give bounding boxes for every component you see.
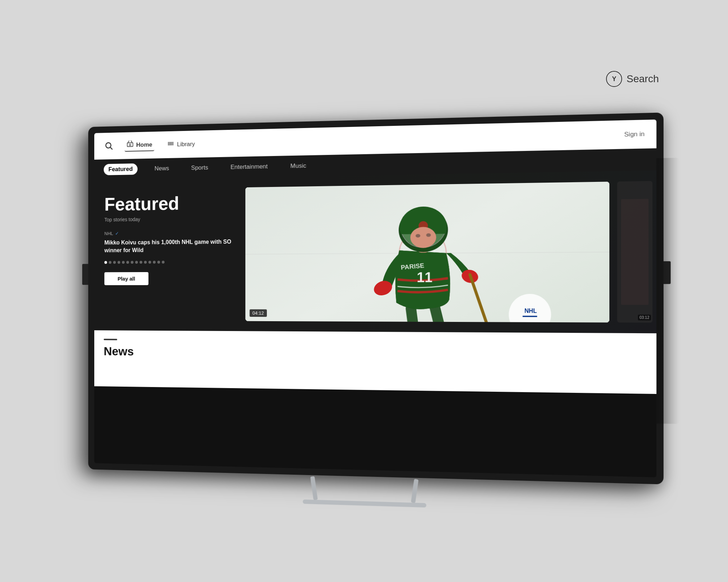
dot-3[interactable] — [113, 261, 116, 264]
dot-11[interactable] — [149, 261, 151, 264]
tv-wrapper: Y Search — [55, 91, 673, 491]
side-video-duration: 03:12 — [638, 315, 651, 320]
dot-14[interactable] — [162, 261, 165, 264]
featured-section: Featured Top stories today NHL ✓ Mikko K… — [94, 170, 656, 333]
dot-4[interactable] — [118, 261, 120, 264]
stand-leg-right — [411, 479, 419, 503]
subnav-featured[interactable]: Featured — [104, 163, 138, 175]
stand-bar — [303, 499, 427, 507]
stand-leg-left — [310, 476, 318, 500]
svg-text:11: 11 — [417, 270, 432, 285]
subnav-entertainment[interactable]: Entertainment — [226, 161, 273, 173]
home-label: Home — [136, 141, 152, 148]
sign-in-link[interactable]: Sign in — [624, 130, 645, 138]
svg-text:NHL: NHL — [525, 308, 537, 314]
dot-12[interactable] — [153, 261, 156, 264]
library-icon — [167, 140, 174, 149]
video-duration: 04:12 — [250, 309, 267, 317]
bezel-accent-left — [82, 264, 88, 285]
dot-7[interactable] — [131, 261, 133, 264]
subnav-news[interactable]: News — [150, 163, 174, 174]
verified-icon: ✓ — [115, 231, 119, 236]
library-label: Library — [177, 140, 195, 148]
dot-6[interactable] — [126, 261, 129, 264]
remote-bar: Y Search — [606, 71, 659, 87]
tv-stand — [299, 475, 430, 507]
svg-rect-32 — [621, 199, 648, 305]
featured-info-panel: Featured Top stories today NHL ✓ Mikko K… — [94, 178, 242, 331]
dots-row — [104, 260, 232, 264]
svg-line-1 — [110, 147, 112, 150]
featured-video[interactable]: 11 PARISE — [245, 182, 609, 322]
dot-10[interactable] — [144, 261, 147, 264]
tv-shadow — [656, 158, 679, 424]
featured-title: Featured — [104, 192, 232, 215]
home-icon — [127, 141, 134, 150]
side-thumbnail[interactable]: 03:12 — [617, 181, 653, 323]
video-thumbnail: 11 PARISE — [245, 182, 609, 322]
svg-rect-2 — [127, 143, 133, 147]
news-section: News — [94, 330, 656, 394]
nav-home[interactable]: Home — [124, 139, 154, 152]
subnav-music[interactable]: Music — [285, 160, 311, 172]
dot-13[interactable] — [157, 261, 160, 264]
dot-1[interactable] — [104, 261, 107, 264]
source-name: NHL — [104, 231, 113, 236]
news-section-bar — [104, 339, 117, 340]
story-headline[interactable]: Mikko Koivu caps his 1,000th NHL game wi… — [104, 238, 232, 255]
play-all-button[interactable]: Play all — [104, 272, 149, 285]
y-button[interactable]: Y — [606, 71, 622, 87]
svg-point-0 — [106, 143, 111, 148]
dot-2[interactable] — [109, 261, 111, 264]
tv-screen: Home Library Sign in — [94, 120, 656, 478]
dot-8[interactable] — [135, 261, 138, 264]
dot-9[interactable] — [139, 261, 142, 264]
subnav-sports[interactable]: Sports — [186, 162, 213, 174]
nav-library[interactable]: Library — [165, 138, 197, 151]
story-source: NHL ✓ — [104, 230, 232, 236]
news-section-title: News — [104, 344, 645, 363]
featured-subtitle: Top stories today — [104, 215, 232, 222]
search-icon[interactable] — [104, 141, 114, 151]
remote-search-label[interactable]: Search — [626, 73, 659, 85]
dot-5[interactable] — [122, 261, 124, 264]
tv-body: Home Library Sign in — [88, 112, 664, 484]
